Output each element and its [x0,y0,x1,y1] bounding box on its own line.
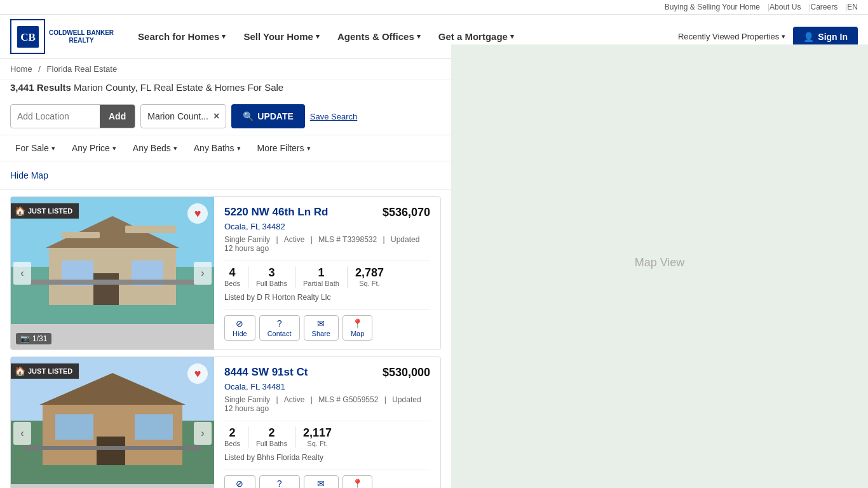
listing-status: Active [284,235,305,244]
filter-any-beds[interactable]: Any Beds ▾ [128,140,182,156]
svg-rect-16 [97,437,125,465]
listing-meta: Single Family | Active | MLS # T3398532 … [224,235,430,253]
home-icon: 🏠 [15,366,25,376]
nav-sell-your-home[interactable]: Sell Your Home ▾ [234,26,328,47]
chevron-down-icon: ▾ [51,144,55,152]
svg-rect-17 [55,414,93,440]
filter-for-sale[interactable]: For Sale ▾ [10,140,60,156]
camera-icon: 📷 [20,334,30,343]
top-link-buying[interactable]: Buying & Selling Your Home [665,3,760,11]
share-button[interactable]: ✉ Share [304,475,339,488]
just-listed-badge: 🏠 JUST LISTED [11,363,79,379]
listing-price: $536,070 [383,206,430,219]
chevron-down-icon: ▾ [510,32,514,41]
listing-city: Ocala, FL 34481 [224,382,430,391]
map-area: Map View [451,44,868,488]
listing-image-wrap: 🏠 JUST LISTED ♥ ‹ › 📷 1/49 [11,357,214,488]
listing-stats: 2 Beds 2 Full Baths 2,117 Sq. Ft. [224,421,430,448]
next-image-button[interactable]: › [194,422,212,445]
share-button[interactable]: ✉ Share [304,315,339,341]
breadcrumb-home[interactable]: Home [10,64,32,74]
listing-separator-3: | [384,395,388,404]
update-search-button[interactable]: 🔍 UPDATE [231,104,305,128]
listings-container: 🏠 JUST LISTED ♥ ‹ › 📷 1/31 5220 NW 46th … [0,196,451,488]
svg-text:Map View: Map View [635,256,686,269]
stat-beds: 2 Beds [224,426,248,448]
filter-any-baths[interactable]: Any Baths ▾ [189,140,246,156]
hide-icon: ⊘ [236,318,243,329]
location-tag: Marion Count... × [140,104,226,128]
logo-text: COLDWELL BANKER REALTY [49,29,114,44]
results-subtitle: Marion County, FL Real Estate & Homes Fo… [74,82,283,93]
logo-svg: CB [16,25,40,49]
svg-rect-6 [93,273,119,305]
search-icon: 🔍 [243,111,254,121]
listing-separator-3: | [383,235,387,244]
chevron-down-icon: ▾ [112,144,116,152]
nav-agents-offices[interactable]: Agents & Offices ▾ [329,26,430,47]
svg-rect-11 [30,280,195,285]
stat-full-baths: 2 Full Baths [256,426,295,448]
just-listed-badge: 🏠 JUST LISTED [11,203,79,219]
listing-mls: MLS # T3398532 [318,235,377,244]
hide-icon: ⊘ [236,478,243,488]
contact-button[interactable]: ? Contact [259,315,300,341]
listing-header: 8444 SW 91st Ct $530,000 [224,366,430,379]
nav-right: Recently Viewed Properties ▾ 👤 Sign In [678,27,858,47]
listing-city: Ocala, FL 34482 [224,222,430,231]
logo-area[interactable]: CB COLDWELL BANKER REALTY [10,19,114,54]
top-link-about[interactable]: About Us [770,3,801,11]
sign-in-button[interactable]: 👤 Sign In [793,27,858,47]
hide-button[interactable]: ⊘ Hide [224,315,255,341]
results-count: 3,441 Results [10,82,71,93]
listing-separator-1: | [276,395,280,404]
chevron-down-icon: ▾ [307,144,311,152]
listing-address[interactable]: 8444 SW 91st Ct [224,366,308,379]
svg-rect-19 [24,446,201,450]
listing-price: $530,000 [383,366,430,379]
svg-rect-9 [62,232,100,238]
stat-partial-bath: 1 Partial Bath [303,266,348,288]
map-button[interactable]: 📍 Map [342,475,372,488]
favorite-button[interactable]: ♥ [187,203,208,224]
location-input[interactable] [11,107,100,125]
favorite-button[interactable]: ♥ [187,363,208,384]
top-link-en[interactable]: EN [847,3,858,11]
listed-by: Listed by Bhhs Florida Realty [224,453,430,462]
listing-meta: Single Family | Active | MLS # G5059552 … [224,395,430,413]
location-tag-text: Marion Count... [147,111,208,121]
recently-viewed-btn[interactable]: Recently Viewed Properties ▾ [678,32,785,41]
hide-button[interactable]: ⊘ Hide [224,475,255,488]
top-link-careers[interactable]: Careers [811,3,838,11]
filter-any-price[interactable]: Any Price ▾ [67,140,121,156]
listing-mls: MLS # G5059552 [318,395,378,404]
logo-box: CB [10,19,45,54]
chevron-down-icon: ▾ [782,32,785,41]
remove-location-button[interactable]: × [214,111,219,122]
next-image-button[interactable]: › [194,262,212,285]
breadcrumb-section[interactable]: Florida Real Estate [47,64,118,74]
top-bar: Buying & Selling Your Home | About Us | … [0,0,868,15]
listing-header: 5220 NW 46th Ln Rd $536,070 [224,206,430,219]
listing-separator-2: | [311,235,315,244]
contact-button[interactable]: ? Contact [259,475,300,488]
map-button[interactable]: 📍 Map [342,315,372,341]
prev-image-button[interactable]: ‹ [13,422,31,445]
user-icon: 👤 [803,32,814,42]
add-location-button[interactable]: Add [100,104,135,128]
listing-details: 5220 NW 46th Ln Rd $536,070 Ocala, FL 34… [214,197,440,349]
filter-more[interactable]: More Filters ▾ [252,140,316,156]
stat-sqft: 2,117 Sq. Ft. [303,426,339,448]
nav-search-for-homes[interactable]: Search for Homes ▾ [129,26,234,47]
svg-rect-18 [135,414,173,440]
listing-actions: ⊘ Hide ? Contact ✉ Share 📍 Map [224,309,430,341]
listing-separator-2: | [311,395,315,404]
share-icon: ✉ [317,318,325,329]
hide-map-link[interactable]: Hide Map [10,170,48,180]
listed-by: Listed by D R Horton Realty Llc [224,293,430,302]
listing-address[interactable]: 5220 NW 46th Ln Rd [224,206,328,219]
save-search-link[interactable]: Save Search [310,112,357,121]
prev-image-button[interactable]: ‹ [13,262,31,285]
listing-details: 8444 SW 91st Ct $530,000 Ocala, FL 34481… [214,357,440,488]
listing-stats: 4 Beds 3 Full Baths 1 Partial Bath 2,787… [224,261,430,288]
